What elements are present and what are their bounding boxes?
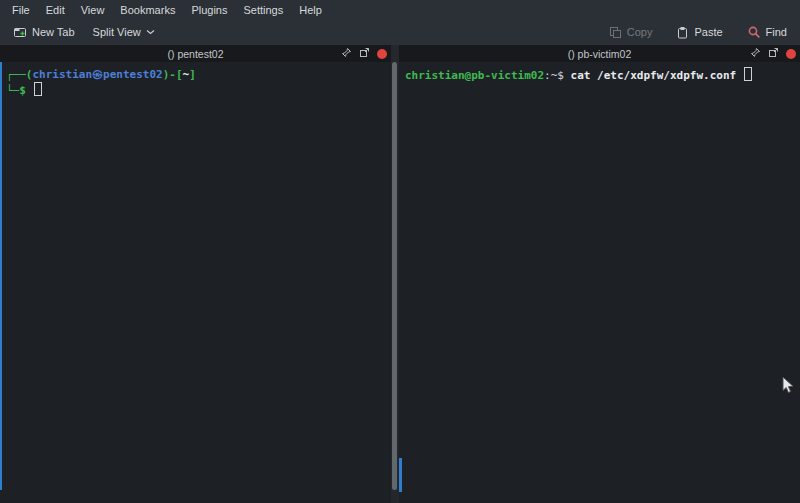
close-pane-icon[interactable] [786,49,796,59]
prompt-line2: └─$ [6,84,33,97]
menu-bar: File Edit View Bookmarks Plugins Setting… [0,0,800,19]
menu-settings[interactable]: Settings [235,2,291,18]
pane-divider[interactable] [391,45,399,503]
left-pane-scrollbar[interactable] [0,62,2,490]
paste-label: Paste [694,26,722,38]
prompt-symbol: :~$ [544,69,571,82]
detach-view-icon[interactable] [768,47,779,60]
prompt-userhost: christian@pb-victim02 [405,69,544,82]
pane-header-pentest02[interactable]: () pentest02 [0,45,391,62]
copy-button[interactable]: Copy [602,22,660,43]
search-icon [747,25,761,39]
pin-view-icon[interactable] [341,47,352,60]
command-text: cat /etc/xdpfw/xdpfw.conf [571,69,743,82]
copy-icon [609,26,622,39]
new-tab-label: New Tab [32,26,75,38]
pin-view-icon[interactable] [750,47,761,60]
menu-plugins[interactable]: Plugins [183,2,235,18]
prompt-userhost: christian㉿pentest02 [33,68,163,81]
menu-edit[interactable]: Edit [38,2,73,18]
konsole-window: File Edit View Bookmarks Plugins Setting… [0,0,800,503]
terminal-pane-pb-victim02[interactable]: () pb-victim02 christian@pb-victim02:~$ … [399,45,800,503]
new-tab-button[interactable]: New Tab [6,21,82,43]
terminal-cursor [744,67,752,81]
close-pane-icon[interactable] [377,49,387,59]
menu-bookmarks[interactable]: Bookmarks [112,2,183,18]
find-label: Find [766,26,787,38]
mouse-cursor [782,376,795,399]
paste-button[interactable]: Paste [669,22,729,43]
terminal-output-pb-victim02[interactable]: christian@pb-victim02:~$ cat /etc/xdpfw/… [399,62,800,88]
terminal-pane-pentest02[interactable]: () pentest02 ┌──(christian㉿pentest02)-[~… [0,45,391,503]
detach-view-icon[interactable] [359,47,370,60]
split-view-button[interactable]: Split View [86,22,162,42]
prompt-mid: )-[ [163,68,183,81]
pane-title-pb-victim02: () pb-victim02 [568,48,632,60]
tool-bar: New Tab Split View Copy [0,19,800,46]
right-pane-scrollbar[interactable] [399,458,402,492]
prompt-open: ┌──( [6,68,33,81]
prompt-close: ] [189,68,196,81]
pane-title-pentest02: () pentest02 [167,48,223,60]
new-tab-icon [13,25,27,39]
menu-help[interactable]: Help [291,2,330,18]
chevron-down-icon [146,29,155,35]
pane-header-pb-victim02[interactable]: () pb-victim02 [399,45,800,62]
split-view-label: Split View [93,26,141,38]
terminal-cursor [34,82,42,96]
menu-file[interactable]: File [4,2,38,18]
copy-label: Copy [627,26,653,38]
terminal-output-pentest02[interactable]: ┌──(christian㉿pentest02)-[~] └─$ [0,62,391,103]
find-button[interactable]: Find [740,21,794,43]
menu-view[interactable]: View [73,2,113,18]
scrollbar-thumb[interactable] [392,62,397,490]
paste-icon [676,26,689,39]
